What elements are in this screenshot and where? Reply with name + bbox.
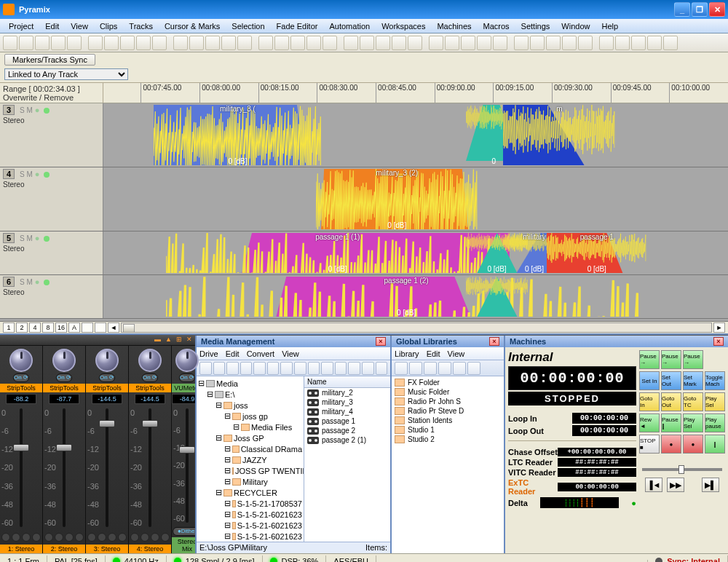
transport-button[interactable]: Toggle Mach bbox=[705, 371, 725, 390]
media-tool-button-0[interactable] bbox=[199, 362, 212, 375]
on-button[interactable]: On ⟳ bbox=[179, 373, 195, 382]
tree-node[interactable]: ⊟S-1-5-21-1708537 bbox=[198, 498, 302, 509]
lib-tool-button-5[interactable] bbox=[467, 362, 480, 375]
transport-button[interactable]: Goto In bbox=[639, 392, 660, 411]
toolbar-button-39[interactable] bbox=[663, 36, 678, 50]
media-tool-button-3[interactable] bbox=[240, 362, 253, 375]
track-header[interactable]: 5 S M ● Stereo bbox=[0, 231, 103, 274]
pan-knob[interactable] bbox=[9, 349, 33, 372]
time-ruler[interactable]: 00:07:45.0000:08:00.0000:08:15.0000:08:3… bbox=[103, 83, 728, 103]
toolbar-button-13[interactable] bbox=[221, 36, 236, 50]
toolbar-button-16[interactable] bbox=[274, 36, 289, 50]
pause-button[interactable]: ‖ bbox=[705, 435, 725, 454]
menu-macros[interactable]: Macros bbox=[478, 20, 515, 32]
transport-button[interactable]: Play Sel bbox=[683, 413, 703, 432]
toolbar-button-14[interactable] bbox=[237, 36, 252, 50]
fader[interactable]: 0-6-12-20-36-48-60 bbox=[43, 405, 85, 530]
menu-cursor-marks[interactable]: Cursor & Marks bbox=[159, 20, 226, 32]
audio-clip[interactable] bbox=[466, 277, 529, 317]
toolbar-button-33[interactable] bbox=[562, 36, 577, 50]
menu-settings[interactable]: Settings bbox=[515, 20, 556, 32]
markers-sync-button[interactable]: Markers/Tracks Sync bbox=[4, 54, 95, 66]
scroll-right-button[interactable]: ► bbox=[713, 322, 725, 333]
zoom-button-1[interactable]: 1 bbox=[3, 322, 15, 333]
toolbar-button-18[interactable] bbox=[306, 36, 321, 50]
zoom-button-x[interactable] bbox=[82, 322, 93, 333]
track-controls[interactable]: S M ● bbox=[20, 278, 50, 286]
tree-node[interactable]: ⊟Media bbox=[198, 378, 302, 389]
minimize-button[interactable]: _ bbox=[674, 2, 690, 17]
toolbar-button-2[interactable] bbox=[35, 36, 50, 50]
library-item[interactable]: FX Folder bbox=[393, 378, 502, 387]
transport-button[interactable]: Pause → bbox=[639, 350, 660, 369]
audio-clip[interactable]: passage 1 (1) 0 [dB] bbox=[166, 233, 510, 273]
media-tool-button-5[interactable] bbox=[267, 362, 280, 375]
track-controls[interactable]: S M ● bbox=[20, 170, 50, 178]
close-button[interactable]: ✕ bbox=[709, 2, 725, 17]
mute-solo-controls[interactable] bbox=[129, 531, 171, 543]
tree-node[interactable]: ⊟Classical DRama bbox=[198, 443, 302, 454]
media-tool-button-11[interactable] bbox=[348, 362, 360, 375]
toolbar-button-6[interactable] bbox=[104, 36, 119, 50]
toolbar-button-27[interactable] bbox=[461, 36, 475, 50]
loop-in-value[interactable]: 00:00:00:00 bbox=[572, 413, 636, 424]
transport-button[interactable]: Set In bbox=[639, 371, 660, 390]
toolbar-button-36[interactable] bbox=[615, 36, 630, 50]
transport-button[interactable]: Set Mark bbox=[683, 371, 703, 390]
audio-clip[interactable]: m bbox=[503, 105, 615, 165]
transport-button[interactable]: Rew ◄ bbox=[639, 413, 660, 432]
library-item[interactable]: Studio 1 bbox=[393, 425, 502, 435]
prev-button[interactable]: ▐◄ bbox=[645, 478, 662, 492]
audio-clip[interactable]: passage 1 0 [dB] bbox=[547, 233, 646, 273]
media-tool-button-12[interactable] bbox=[362, 362, 374, 375]
tree-node[interactable]: ⊟Joss GP bbox=[198, 432, 302, 443]
mute-solo-controls[interactable] bbox=[86, 531, 128, 543]
tree-node[interactable]: ⊟RECYCLER bbox=[198, 487, 302, 498]
menu-view[interactable]: View bbox=[65, 20, 94, 32]
pan-knob[interactable] bbox=[175, 349, 199, 372]
media-tool-button-7[interactable] bbox=[294, 362, 306, 375]
audio-clip[interactable]: passage 1 (2) 0 [dB] bbox=[166, 277, 647, 317]
record-button-2[interactable]: ● bbox=[683, 435, 703, 454]
fader[interactable]: 0-6-12-20-36-48-60 bbox=[86, 405, 128, 530]
folder-tree[interactable]: ⊟Media⊟E:\⊟joss⊟joss gp⊟Media Files⊟Joss… bbox=[197, 376, 304, 542]
toolbar-button-11[interactable] bbox=[189, 36, 204, 50]
media-tool-button-10[interactable] bbox=[335, 362, 347, 375]
file-item[interactable]: military_3 bbox=[304, 397, 390, 407]
fader[interactable]: 0-6-12-20-36-48-60 bbox=[0, 405, 42, 530]
menu-clips[interactable]: Clips bbox=[94, 20, 123, 32]
toolbar-button-10[interactable] bbox=[173, 36, 188, 50]
toolbar-button-8[interactable] bbox=[136, 36, 151, 50]
tree-node[interactable]: ⊟joss bbox=[198, 400, 302, 411]
audio-clip[interactable]: military_3 ( 0 [dB] bbox=[154, 105, 323, 165]
mute-solo-controls[interactable] bbox=[0, 531, 42, 543]
zoom-button-A[interactable]: A bbox=[68, 322, 80, 333]
link-track-select[interactable]: Linked to Any Track bbox=[4, 68, 128, 80]
menu-project[interactable]: Project bbox=[3, 20, 39, 32]
transport-button[interactable]: Pause → bbox=[683, 350, 703, 369]
toolbar-button-3[interactable] bbox=[51, 36, 66, 50]
zoom-button-x[interactable] bbox=[95, 322, 106, 333]
media-tool-button-2[interactable] bbox=[226, 362, 239, 375]
toolbar-button-24[interactable] bbox=[408, 36, 422, 50]
toolbar-button-34[interactable] bbox=[578, 36, 593, 50]
audio-clip[interactable]: military_3 (2) 0 [dB] bbox=[316, 169, 478, 229]
media-tool-button-9[interactable] bbox=[321, 362, 333, 375]
tree-node[interactable]: ⊟joss gp bbox=[198, 411, 302, 422]
track-header[interactable]: 4 S M ● Stereo bbox=[0, 167, 103, 231]
track-header[interactable]: 6 S M ● Stereo bbox=[0, 275, 103, 318]
toolbar-button-29[interactable] bbox=[493, 36, 507, 50]
fader[interactable]: 0-6-12-20-36-48-60 bbox=[129, 405, 171, 530]
media-menu-drive[interactable]: Drive bbox=[199, 349, 218, 358]
shuttle-slider[interactable] bbox=[678, 465, 684, 474]
transport-button[interactable]: Set Out bbox=[661, 371, 681, 390]
menu-fade-editor[interactable]: Fade Editor bbox=[271, 20, 324, 32]
file-item[interactable]: passage 1 bbox=[304, 416, 390, 426]
scroll-left-button[interactable]: ◄ bbox=[108, 322, 119, 333]
on-button[interactable]: On ⟳ bbox=[99, 373, 115, 382]
toolbar-button-35[interactable] bbox=[599, 36, 614, 50]
transport-button[interactable]: Pause → bbox=[661, 350, 681, 369]
h-scrollbar[interactable] bbox=[121, 322, 712, 333]
zoom-button-2[interactable]: 2 bbox=[16, 322, 28, 333]
track-controls[interactable]: S M ● bbox=[20, 234, 50, 242]
